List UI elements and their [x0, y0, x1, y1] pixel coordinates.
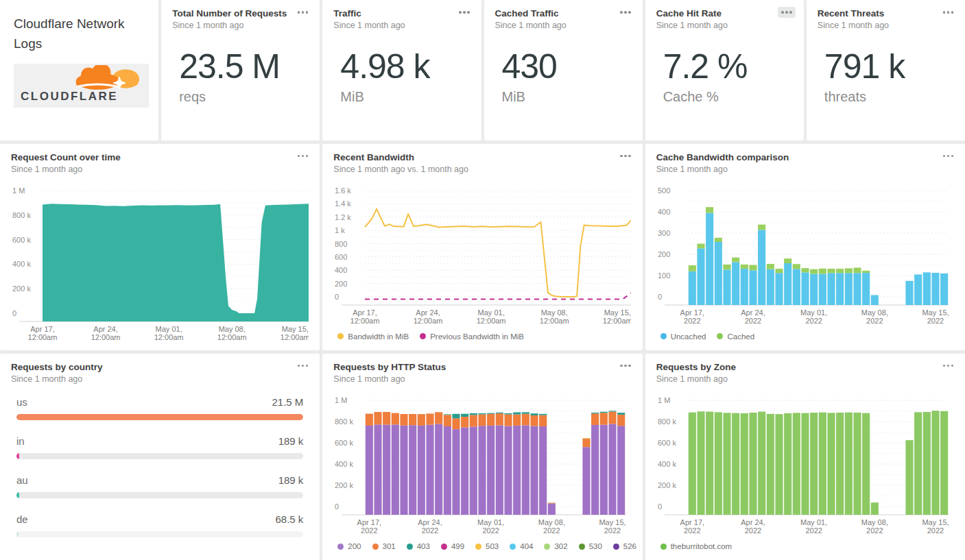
stat-value: 23.5 M — [179, 47, 309, 86]
svg-text:12:00am: 12:00am — [350, 317, 380, 325]
country-value: 21.5 M — [272, 396, 303, 408]
legend-dot-icon — [613, 544, 619, 550]
legend-item[interactable]: 200 — [337, 542, 361, 550]
svg-text:400: 400 — [658, 208, 670, 216]
svg-text:2022: 2022 — [805, 317, 822, 325]
legend-item[interactable]: 530 — [579, 542, 602, 550]
svg-text:May 01,: May 01, — [478, 308, 505, 317]
svg-text:400: 400 — [335, 266, 347, 274]
stat-value: 791 k — [824, 47, 954, 86]
svg-text:Apr 17,: Apr 17, — [680, 518, 704, 526]
panel-menu-button[interactable] — [455, 7, 473, 18]
country-label: de — [16, 513, 28, 525]
country-value: 189 k — [278, 474, 304, 486]
stat-unit: MiB — [502, 89, 632, 105]
svg-text:12:00am: 12:00am — [217, 333, 247, 341]
panel-menu-button[interactable] — [294, 7, 312, 18]
svg-text:May 08,: May 08, — [538, 518, 565, 526]
svg-text:2022: 2022 — [604, 526, 621, 535]
panel-menu-button[interactable] — [617, 361, 634, 372]
legend-item[interactable]: Bandwidth in MiB — [337, 332, 409, 341]
svg-text:200: 200 — [658, 250, 670, 258]
svg-text:600 k: 600 k — [335, 439, 353, 447]
panel-subtitle: Since 1 month ago — [333, 374, 631, 384]
panel-menu-button[interactable] — [778, 7, 796, 18]
svg-text:Apr 17,: Apr 17, — [680, 308, 704, 317]
stat-unit: MiB — [340, 89, 470, 105]
dashboard: Cloudflare Network Logs CLOUDFLARE Total… — [0, 0, 965, 560]
stat-panel-traffic: Traffic Since 1 month ago 4.98 k MiB — [322, 0, 481, 141]
legend-item[interactable]: 403 — [407, 542, 430, 550]
svg-text:1 M: 1 M — [335, 396, 347, 404]
country-bar-list: us 21.5 M in 189 k au 189 k — [11, 396, 309, 537]
country-bar[interactable] — [16, 492, 303, 498]
panel-title: Request Count over time — [11, 152, 309, 162]
dashboard-title-panel: Cloudflare Network Logs CLOUDFLARE — [0, 0, 158, 141]
svg-text:May 08,: May 08, — [541, 308, 568, 317]
legend-item[interactable]: 526 — [613, 542, 636, 550]
legend-dot-icon — [337, 544, 344, 550]
legend-item[interactable]: 301 — [372, 542, 396, 550]
svg-text:Apr 17,: Apr 17, — [30, 325, 54, 333]
svg-text:0: 0 — [12, 309, 16, 317]
stat-panel-total-requests: Total Number of Requests Since 1 month a… — [161, 0, 320, 141]
svg-text:800 k: 800 k — [12, 210, 31, 219]
legend-item[interactable]: Uncached — [660, 332, 706, 341]
request-count-chart[interactable]: 1 M800 k600 k400 k200 k0Apr 17,12:00amAp… — [11, 180, 309, 345]
panel-menu-button[interactable] — [940, 151, 957, 162]
panel-menu-button[interactable] — [294, 151, 312, 162]
panel-subtitle: Since 1 month ago vs. 1 month ago — [333, 165, 631, 174]
svg-text:800 k: 800 k — [658, 417, 676, 426]
svg-text:Apr 24,: Apr 24, — [93, 325, 117, 333]
svg-text:12:00am: 12:00am — [154, 333, 184, 341]
panel-requests-by-country: Requests by country Since 1 month ago us… — [0, 354, 320, 560]
legend-item[interactable]: 503 — [475, 542, 499, 550]
svg-text:2022: 2022 — [927, 317, 943, 325]
country-row: au 189 k — [16, 474, 303, 498]
dashboard-title: Cloudflare Network Logs — [11, 8, 147, 54]
svg-text:May 08,: May 08, — [219, 325, 246, 333]
legend-dot-icon — [579, 544, 585, 550]
svg-text:May 08,: May 08, — [861, 308, 887, 317]
legend-item[interactable]: 404 — [510, 542, 533, 550]
panel-requests-by-http-status: Requests by HTTP Status Since 1 month ag… — [322, 354, 642, 560]
recent-bandwidth-chart[interactable]: 1.6 k1.4 k1.2 k1 k8006004002000Apr 17,12… — [333, 180, 631, 328]
svg-text:12:00am: 12:00am — [281, 333, 309, 341]
panel-menu-button[interactable] — [617, 7, 634, 18]
svg-text:200 k: 200 k — [335, 481, 353, 489]
svg-text:0: 0 — [335, 293, 339, 301]
country-bar[interactable] — [16, 531, 303, 537]
panel-menu-button[interactable] — [294, 361, 312, 372]
country-row: de 68.5 k — [16, 513, 303, 537]
svg-text:Apr 17,: Apr 17, — [357, 518, 381, 526]
cache-bandwidth-chart[interactable]: 5004003002001000Apr 17,2022Apr 24,2022Ma… — [656, 180, 954, 328]
svg-text:2022: 2022 — [927, 526, 943, 535]
svg-text:12:00am: 12:00am — [540, 317, 569, 325]
panel-subtitle: Since 1 month ago — [818, 21, 954, 30]
legend-item[interactable]: 499 — [441, 542, 464, 550]
panel-menu-button[interactable] — [940, 361, 957, 372]
svg-text:0: 0 — [658, 502, 662, 511]
svg-text:2022: 2022 — [684, 526, 700, 535]
legend-item[interactable]: Previous Bandwidth in MiB — [420, 332, 524, 341]
country-bar[interactable] — [16, 414, 303, 420]
country-bar[interactable] — [16, 453, 303, 459]
panel-subtitle: Since 1 month ago — [333, 21, 470, 30]
legend-dot-icon — [441, 544, 447, 550]
zone-chart[interactable]: 1 M800 k600 k400 k200 k0Apr 17,2022Apr 2… — [656, 389, 954, 538]
panel-menu-button[interactable] — [617, 151, 634, 162]
svg-text:1.4 k: 1.4 k — [335, 199, 351, 208]
panel-title: Traffic — [333, 8, 470, 19]
svg-text:400 k: 400 k — [12, 260, 31, 268]
legend-item[interactable]: 302 — [544, 542, 567, 550]
zone-legend: theburritobot.com — [656, 538, 954, 555]
panel-menu-button[interactable] — [940, 7, 957, 18]
stat-unit: Cache % — [663, 89, 793, 105]
panel-subtitle: Since 1 month ago — [656, 21, 793, 30]
svg-text:0: 0 — [658, 293, 662, 301]
legend-dot-icon — [544, 544, 550, 550]
http-status-chart[interactable]: 1 M800 k600 k400 k200 k0Apr 17,2022Apr 2… — [333, 389, 631, 538]
legend-item[interactable]: Cached — [717, 332, 754, 341]
legend-dot-icon — [420, 333, 426, 339]
legend-item[interactable]: theburritobot.com — [660, 542, 732, 550]
